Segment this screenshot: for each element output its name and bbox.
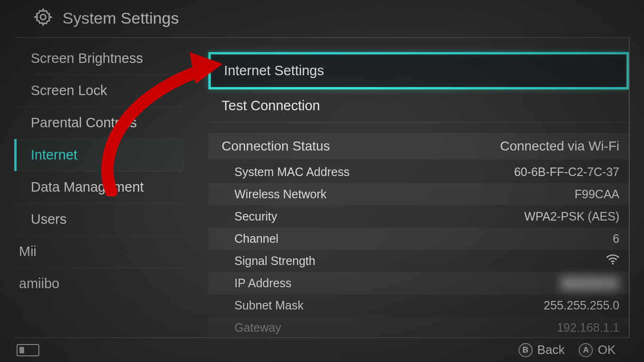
section-title: Connection Status	[222, 139, 330, 154]
sidebar-item-internet[interactable]: Internet	[14, 139, 185, 171]
info-row-mac: System MAC Address 60-6B-FF-C2-7C-37	[208, 161, 629, 183]
svg-point-1	[612, 263, 614, 265]
a-button-icon: A	[579, 343, 593, 357]
sidebar-item-mii[interactable]: Mii	[14, 236, 185, 268]
back-button[interactable]: B Back	[519, 343, 565, 357]
connection-status-header: Connection Status Connected via Wi-Fi	[208, 133, 629, 159]
sidebar-item-amiibo[interactable]: amiibo	[14, 268, 185, 300]
test-connection-item[interactable]: Test Connection	[208, 89, 629, 123]
connection-status-value: Connected via Wi-Fi	[500, 139, 619, 154]
b-button-icon: B	[519, 343, 533, 357]
info-row-gateway: Gateway 192.168.1.1	[208, 317, 629, 337]
info-row-subnet: Subnet Mask 255.255.255.0	[208, 294, 629, 317]
sidebar-item-users[interactable]: Users	[14, 203, 185, 236]
sidebar: Screen Brightness Screen Lock Parental C…	[14, 38, 185, 337]
info-row-security: Security WPA2-PSK (AES)	[208, 205, 629, 228]
sidebar-item-data-management[interactable]: Data Management	[14, 171, 185, 203]
main-panel: Internet Settings Test Connection Connec…	[185, 38, 630, 337]
header: System Settings	[14, 0, 630, 38]
info-row-wireless: Wireless Network F99CAA	[208, 183, 629, 205]
sidebar-item-screen-lock[interactable]: Screen Lock	[14, 75, 185, 107]
svg-point-0	[40, 14, 45, 19]
internet-settings-item[interactable]: Internet Settings	[208, 52, 629, 89]
sidebar-item-screen-brightness[interactable]: Screen Brightness	[14, 43, 185, 75]
sidebar-item-parental-controls[interactable]: Parental Controls	[14, 107, 185, 139]
gear-icon	[33, 7, 53, 29]
controller-icon	[17, 344, 39, 356]
info-row-channel: Channel 6	[208, 228, 629, 250]
info-row-signal: Signal Strength	[208, 250, 629, 272]
info-row-ip: IP Address ███████	[208, 272, 629, 294]
connection-details: System MAC Address 60-6B-FF-C2-7C-37 Wir…	[208, 161, 629, 337]
ok-button[interactable]: A OK	[579, 343, 616, 357]
page-title: System Settings	[63, 9, 179, 27]
footer: B Back A OK	[14, 337, 630, 362]
wifi-icon	[606, 254, 619, 268]
